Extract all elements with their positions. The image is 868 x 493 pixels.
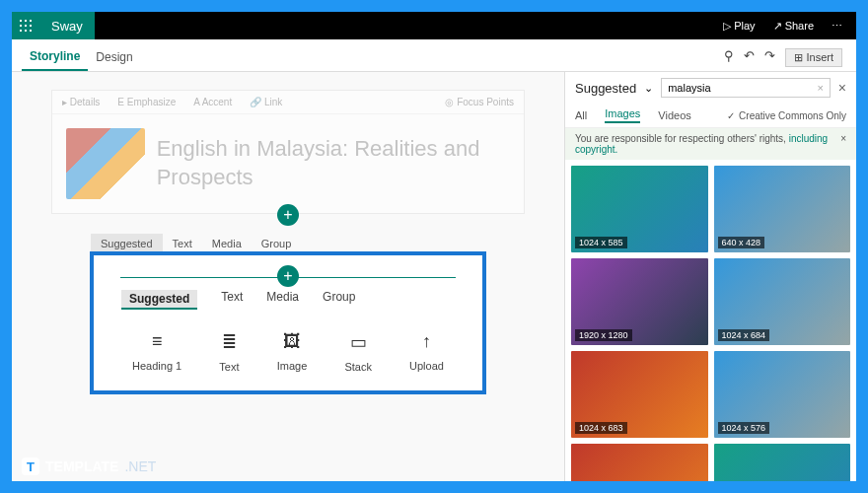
stack-icon: ▭ <box>350 331 367 353</box>
sidebar-title: Suggested <box>575 81 636 96</box>
emphasize-button[interactable]: E Emphasize <box>117 97 176 107</box>
image-icon: 🖼 <box>283 331 301 352</box>
more-icon[interactable]: ⋯ <box>832 20 842 33</box>
suggested-sidebar: Suggested ⌄ malaysia× × All Images Video… <box>564 72 856 481</box>
watermark: T TEMPLATE.NET <box>22 458 156 475</box>
tab-suggested[interactable]: Suggested <box>121 290 197 310</box>
canvas: ▸ Details E Emphasize A Accent 🔗 Link ◎ … <box>12 72 564 481</box>
focus-points-button[interactable]: ◎ Focus Points <box>445 97 514 107</box>
title-card[interactable]: ▸ Details E Emphasize A Accent 🔗 Link ◎ … <box>51 90 525 214</box>
undo-icon[interactable]: ↶ <box>744 48 755 67</box>
image-results: 1024 x 585 640 x 428 1920 x 1280 1024 x … <box>565 160 856 481</box>
svg-rect-4 <box>25 25 27 27</box>
insert-stack[interactable]: ▭Stack <box>344 331 372 373</box>
heading-icon: ≡ <box>152 331 163 352</box>
brand-name: Sway <box>39 12 95 39</box>
tab-text[interactable]: Text <box>221 290 243 310</box>
svg-rect-0 <box>20 20 22 22</box>
filter-all[interactable]: All <box>575 109 587 121</box>
tab-text-small[interactable]: Text <box>163 234 202 253</box>
redo-icon[interactable]: ↷ <box>764 48 775 67</box>
cc-checkbox[interactable]: ✓ <box>727 110 735 121</box>
add-content-button-expanded[interactable]: + <box>277 265 299 287</box>
tab-design[interactable]: Design <box>88 44 140 70</box>
tab-group-small[interactable]: Group <box>252 234 302 253</box>
text-icon: ≣ <box>222 331 237 353</box>
tab-media-small[interactable]: Media <box>202 234 252 253</box>
result-image[interactable]: 640 x 428 <box>714 166 851 252</box>
tab-group[interactable]: Group <box>323 290 355 310</box>
tab-media[interactable]: Media <box>266 290 299 310</box>
insert-heading1[interactable]: ≡Heading 1 <box>132 331 181 373</box>
chevron-down-icon[interactable]: ⌄ <box>644 82 653 95</box>
accent-button[interactable]: A Accent <box>193 97 232 107</box>
filter-videos[interactable]: Videos <box>658 109 690 121</box>
copyright-notice: You are responsible for respecting other… <box>565 128 856 160</box>
tab-suggested-small[interactable]: Suggested <box>91 234 163 253</box>
clear-search-icon[interactable]: × <box>817 82 823 94</box>
result-image[interactable]: 1920 x 1280 <box>571 258 708 345</box>
card-thumbnail[interactable] <box>66 128 145 199</box>
dismiss-notice-icon[interactable]: × <box>840 133 846 155</box>
insert-image[interactable]: 🖼Image <box>277 331 308 373</box>
result-image[interactable]: 1024 x 585 <box>571 166 708 252</box>
tab-storyline[interactable]: Storyline <box>22 43 88 71</box>
search-input[interactable]: malaysia× <box>661 78 831 98</box>
result-image[interactable]: 1024 x 684 <box>714 258 851 345</box>
svg-rect-1 <box>25 20 27 22</box>
add-content-button[interactable]: + <box>277 204 299 226</box>
top-bar: Sway ▷ Play ↗ Share ⋯ <box>12 12 856 39</box>
cc-label: Creative Commons Only <box>739 110 846 121</box>
card-toolbar: ▸ Details E Emphasize A Accent 🔗 Link ◎ … <box>52 91 524 114</box>
share-button[interactable]: ↗ Share <box>773 20 814 33</box>
svg-rect-8 <box>30 30 32 32</box>
card-title[interactable]: English in Malaysia: Realities and Prosp… <box>157 135 510 191</box>
link-button[interactable]: 🔗 Link <box>250 97 282 107</box>
insert-panel-highlight: + Suggested Text Media Group ≡Heading 1 … <box>90 251 486 394</box>
filter-images[interactable]: Images <box>605 107 640 123</box>
result-image[interactable] <box>571 444 708 481</box>
insert-button[interactable]: ⊞ Insert <box>785 48 842 67</box>
details-button[interactable]: ▸ Details <box>62 97 100 107</box>
upload-icon: ↑ <box>422 331 431 352</box>
result-image[interactable] <box>714 444 851 481</box>
app-launcher-icon[interactable] <box>12 12 39 39</box>
watermark-icon: T <box>22 458 39 475</box>
insert-upload[interactable]: ↑Upload <box>409 331 444 373</box>
insert-text[interactable]: ≣Text <box>219 331 239 373</box>
main-tabs: Storyline Design ⚲ ↶ ↷ ⊞ Insert <box>12 39 856 72</box>
svg-rect-5 <box>30 25 32 27</box>
insert-menu-collapsed: Suggested Text Media Group <box>91 234 485 253</box>
app-window: Sway ▷ Play ↗ Share ⋯ Storyline Design ⚲… <box>12 12 856 481</box>
close-sidebar-icon[interactable]: × <box>838 80 846 96</box>
result-image[interactable]: 1024 x 576 <box>714 351 851 438</box>
main-area: ▸ Details E Emphasize A Accent 🔗 Link ◎ … <box>12 72 856 481</box>
svg-rect-3 <box>20 25 22 27</box>
svg-rect-7 <box>25 30 27 32</box>
play-button[interactable]: ▷ Play <box>723 20 755 33</box>
svg-rect-6 <box>20 30 22 32</box>
result-image[interactable]: 1024 x 683 <box>571 351 708 438</box>
svg-rect-2 <box>30 20 32 22</box>
search-icon[interactable]: ⚲ <box>724 48 734 67</box>
